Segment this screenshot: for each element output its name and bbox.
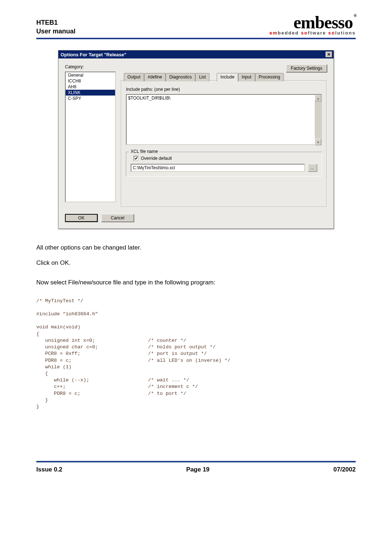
body-p2: Click on OK. [36, 259, 356, 267]
tab-diagnostics[interactable]: Diagnostics [166, 73, 195, 81]
cancel-button[interactable]: Cancel [101, 214, 134, 222]
tabrow: Output #define Diagnostics List Include … [124, 73, 284, 81]
ok-button[interactable]: OK [65, 214, 98, 222]
product-name: HTEB1 [36, 19, 75, 27]
code-listing: /* MyTinyTest */ #include "ioh83664.h" v… [36, 298, 356, 410]
include-paths-input[interactable]: $TOOLKIT_DIR$\LIB\ [126, 94, 322, 145]
body-p3: Now select File/new/source file and type… [36, 278, 356, 287]
logo-text: embesso® [270, 15, 356, 30]
page-header: HTEB1 User manual embesso® embedded soft… [36, 15, 356, 39]
page-footer: Issue 0.2 Page 19 07/2002 [36, 461, 356, 473]
tab-processing[interactable]: Processing [255, 73, 284, 81]
xcl-file-input[interactable] [131, 164, 305, 172]
category-list[interactable]: General ICCH8 AH8 XLINK C-SPY [65, 72, 116, 202]
dialog-title: Options For Target "Release" [61, 52, 326, 57]
tab-panel: Output #define Diagnostics List Include … [121, 80, 327, 207]
scroll-down-icon[interactable]: ▾ [315, 139, 321, 145]
override-checkbox[interactable]: ✔ [134, 156, 139, 161]
factory-settings-button[interactable]: Factory Settings [286, 64, 327, 72]
body-p1: All other options can be changed later. [36, 243, 356, 252]
category-item-xlink[interactable]: XLINK [66, 90, 115, 96]
category-label: Category: [65, 64, 116, 69]
footer-date: 07/2002 [334, 466, 356, 473]
tab-output[interactable]: Output [124, 73, 144, 81]
product-subtitle: User manual [36, 27, 75, 36]
category-item-general[interactable]: General [66, 72, 115, 78]
close-icon[interactable]: ✕ [326, 52, 332, 57]
override-label: Override default [141, 156, 172, 161]
options-dialog: Options For Target "Release" ✕ Category:… [58, 50, 334, 229]
category-item-icch8[interactable]: ICCH8 [66, 78, 115, 84]
browse-button[interactable]: … [308, 164, 317, 172]
tab-list[interactable]: List [195, 73, 209, 81]
override-row[interactable]: ✔ Override default [134, 156, 317, 161]
settings-panel: Factory Settings Output #define Diagnost… [121, 64, 327, 207]
doc-title-block: HTEB1 User manual [36, 19, 75, 36]
browse-icon: … [311, 166, 315, 170]
xcl-group-title: XCL file name [129, 149, 159, 154]
titlebar: Options For Target "Release" ✕ [58, 50, 334, 58]
tab-include[interactable]: Include [217, 73, 238, 81]
scrollbar[interactable]: ▴ ▾ [315, 95, 321, 145]
logo: embesso® embedded software solutions [270, 15, 356, 36]
category-item-ah8[interactable]: AH8 [66, 84, 115, 90]
include-paths-wrap: $TOOLKIT_DIR$\LIB\ ▴ ▾ [126, 94, 322, 146]
include-paths-label: Include paths: (one per line) [126, 87, 322, 92]
dialog-buttons: OK Cancel [58, 214, 334, 228]
tab-define[interactable]: #define [144, 73, 166, 81]
category-column: Category: General ICCH8 AH8 XLINK C-SPY [65, 64, 116, 207]
footer-issue: Issue 0.2 [36, 466, 62, 473]
scroll-up-icon[interactable]: ▴ [315, 95, 321, 101]
xcl-group: XCL file name ✔ Override default … [126, 152, 322, 177]
category-item-cspy[interactable]: C-SPY [66, 96, 115, 101]
tab-spacer [209, 73, 217, 81]
registered-icon: ® [354, 13, 356, 18]
tab-input[interactable]: Input [238, 73, 255, 81]
footer-page: Page 19 [186, 466, 209, 473]
